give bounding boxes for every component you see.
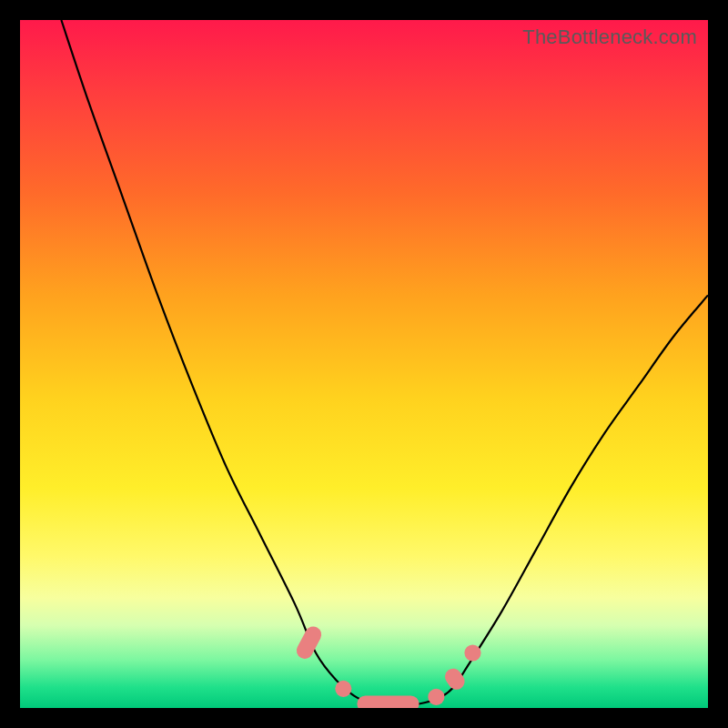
plot-area: TheBottleneck.com: [20, 20, 708, 708]
marker-dot: [464, 644, 480, 661]
marker-dot: [335, 681, 351, 697]
marker-pill: [294, 623, 325, 662]
marker-group: [294, 623, 481, 708]
bottleneck-curve: [61, 20, 708, 706]
marker-pill: [357, 695, 419, 708]
marker-pill: [441, 665, 468, 693]
chart-frame: TheBottleneck.com: [0, 0, 728, 728]
chart-svg: [20, 20, 708, 708]
marker-dot: [428, 689, 444, 705]
